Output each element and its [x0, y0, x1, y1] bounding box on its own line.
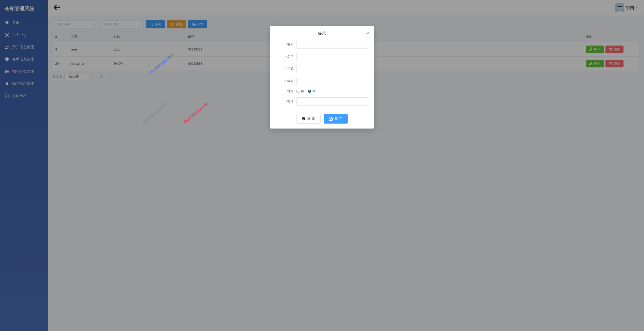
gender-radio-male[interactable]: 男 — [296, 89, 304, 93]
form-row-age: *年龄 — [275, 77, 369, 85]
field-label: *电话 — [275, 99, 296, 104]
field-label: 性别 — [275, 89, 296, 93]
password-input[interactable] — [296, 65, 369, 73]
dialog: 提示 ✕ *账号 *名字 *密码 *年龄 性别 男 女 — [270, 26, 374, 129]
button-label: 确 定 — [334, 117, 343, 121]
modal-overlay[interactable]: 提示 ✕ *账号 *名字 *密码 *年龄 性别 男 女 — [0, 0, 644, 331]
form-row-name: *名字 — [275, 53, 369, 61]
button-label: 取 消 — [307, 117, 316, 121]
form-row-gender: 性别 男 女 — [275, 89, 369, 93]
gender-radio-female[interactable]: 女 — [308, 89, 316, 93]
phone-input[interactable] — [296, 97, 369, 106]
field-label: *密码 — [275, 67, 296, 71]
form-row-phone: *电话 — [275, 97, 369, 106]
confirm-button[interactable]: 确 定 — [324, 114, 348, 124]
dialog-title: 提示 — [279, 31, 365, 36]
field-label: *名字 — [275, 55, 296, 59]
cancel-icon — [302, 117, 306, 121]
close-icon[interactable]: ✕ — [365, 31, 369, 36]
age-input[interactable] — [296, 77, 369, 85]
confirm-icon — [329, 117, 333, 121]
form-row-password: *密码 — [275, 65, 369, 73]
field-label: *年龄 — [275, 79, 296, 83]
field-label: *账号 — [275, 43, 296, 47]
account-input[interactable] — [296, 41, 369, 49]
cancel-button[interactable]: 取 消 — [296, 114, 321, 124]
name-input[interactable] — [296, 53, 369, 61]
form-row-account: *账号 — [275, 41, 369, 49]
